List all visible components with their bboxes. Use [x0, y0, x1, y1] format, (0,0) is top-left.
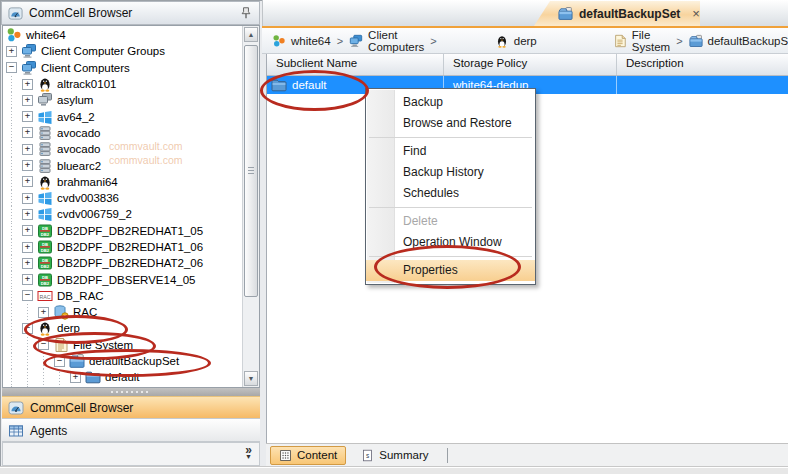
menu-item-backup-history[interactable]: Backup History: [366, 162, 535, 183]
collapse-icon[interactable]: −: [22, 323, 33, 334]
tree-guide-line: [22, 304, 38, 320]
expand-icon[interactable]: +: [22, 242, 33, 253]
menu-item-schedules[interactable]: Schedules: [366, 183, 535, 204]
tree-guide-line: [22, 353, 38, 369]
panel-splitter[interactable]: [2, 388, 260, 396]
expand-icon[interactable]: +: [22, 225, 33, 236]
tree-guide-line: [6, 92, 22, 108]
menu-separator: [369, 256, 532, 257]
expand-icon[interactable]: +: [22, 95, 33, 106]
tab-strip: defaultBackupSet ×: [262, 0, 788, 26]
view-tab-summary[interactable]: sSummary: [352, 446, 437, 465]
tree-guide-line: [6, 157, 22, 173]
tree-item-rac[interactable]: +RAC: [3, 304, 242, 320]
nav-button-commcell-browser[interactable]: CommCell Browser: [2, 396, 260, 419]
menu-item-properties[interactable]: Properties: [366, 260, 535, 281]
svg-text:DB2: DB2: [41, 264, 50, 269]
context-menu: BackupBrowse and RestoreFindBackup Histo…: [365, 88, 536, 285]
tree-item-default[interactable]: +default: [3, 369, 242, 385]
tree-item-file-system[interactable]: −File System: [3, 337, 242, 353]
scrollbar-thumb[interactable]: [244, 45, 258, 297]
scroll-up-arrow-icon[interactable]: ▲: [244, 27, 258, 42]
tree-item-bluearc2[interactable]: +bluearc2: [3, 157, 242, 173]
expand-icon[interactable]: +: [6, 46, 17, 57]
tree-item-label: File System: [73, 339, 133, 351]
menu-item-find[interactable]: Find: [366, 141, 535, 162]
breadcrumb-item-file-system[interactable]: File System: [613, 29, 670, 53]
tree-guide-line: [6, 271, 22, 287]
tree-item-db2dpf-db2redhat1-05[interactable]: +DBDB2DB2DPF_DB2REDHAT1_05: [3, 223, 242, 239]
expand-icon[interactable]: +: [22, 258, 33, 269]
tree-item-avocado[interactable]: +avocado: [3, 125, 242, 141]
tree-item-altrack0101[interactable]: +altrack0101: [3, 76, 242, 92]
collapse-icon[interactable]: −: [38, 339, 49, 350]
tree-item-asylum[interactable]: +asylum: [3, 92, 242, 108]
breadcrumb-label: File System: [632, 29, 670, 53]
breadcrumb-separator: >: [676, 35, 682, 47]
tab-defaultbackupset[interactable]: defaultBackupSet ×: [534, 1, 700, 26]
tree-item-db2dpf-dbserve14-05[interactable]: +DBDB2DB2DPF_DBSERVE14_05: [3, 271, 242, 287]
server-icon: [37, 125, 53, 141]
view-tab-content[interactable]: Content: [270, 446, 346, 465]
expand-icon[interactable]: +: [22, 144, 33, 155]
subclient-icon: [271, 77, 287, 93]
breadcrumb-item-derp[interactable]: derp: [495, 34, 537, 48]
commcell-browser-panel-header: CommCell Browser: [1, 1, 260, 25]
tree-item-client-computers[interactable]: −Client Computers: [3, 60, 242, 76]
commcell-icon: [6, 27, 22, 43]
expand-icon[interactable]: +: [70, 372, 81, 383]
collapse-icon[interactable]: −: [6, 62, 17, 73]
tree-item-file-system[interactable]: +File System: [3, 386, 242, 387]
column-header-description[interactable]: Description: [617, 54, 788, 75]
tree-item-label: bluearc2: [57, 160, 101, 172]
expand-icon[interactable]: +: [22, 193, 33, 204]
expand-icon[interactable]: +: [22, 176, 33, 187]
pin-icon[interactable]: [239, 6, 253, 20]
close-icon[interactable]: ×: [692, 9, 700, 19]
windows-icon: [37, 190, 53, 206]
svg-text:DB: DB: [42, 274, 48, 279]
menu-item-operation-window[interactable]: Operation Window: [366, 232, 535, 253]
breadcrumb-label: derp: [514, 35, 537, 47]
view-tab-label: Content: [297, 449, 337, 461]
column-header-subclient-name[interactable]: Subclient Name: [267, 54, 444, 75]
collapse-icon[interactable]: −: [22, 290, 33, 301]
db2-icon: DBDB2: [37, 255, 53, 271]
tree-item-db-rac[interactable]: −RACDB_RAC: [3, 288, 242, 304]
expand-icon[interactable]: +: [22, 274, 33, 285]
tree-item-cvdv006759-2[interactable]: +cvdv006759_2: [3, 206, 242, 222]
tree-item-derp[interactable]: −derp: [3, 320, 242, 336]
tree-item-db2dpf-db2redhat1-06[interactable]: +DBDB2DB2DPF_DB2REDHAT1_06: [3, 239, 242, 255]
expand-icon[interactable]: +: [22, 160, 33, 171]
tree-item-av64-2[interactable]: +av64_2: [3, 108, 242, 124]
expand-icon[interactable]: +: [22, 111, 33, 122]
svg-text:DB: DB: [42, 258, 48, 263]
menu-item-backup[interactable]: Backup: [366, 92, 535, 113]
tree-item-defaultbackupset[interactable]: −defaultBackupSet: [3, 353, 242, 369]
collapse-icon[interactable]: −: [54, 356, 65, 367]
tree-scrollbar[interactable]: ▲ ▼: [242, 26, 259, 387]
breadcrumb-item-defaultbackupset[interactable]: defaultBackupSet: [689, 34, 788, 48]
menu-item-browse-and-restore[interactable]: Browse and Restore: [366, 113, 535, 134]
expand-icon[interactable]: +: [22, 127, 33, 138]
expand-icon[interactable]: +: [38, 307, 49, 318]
breadcrumb-item-client-computers[interactable]: Client Computers: [349, 29, 424, 53]
tree-item-label: cvdv006759_2: [57, 208, 132, 220]
scroll-down-arrow-icon[interactable]: ▼: [244, 371, 258, 386]
column-header-storage-policy[interactable]: Storage Policy: [444, 54, 617, 75]
tree-item-client-computer-groups[interactable]: +Client Computer Groups: [3, 43, 242, 59]
tree-guide-line: [22, 369, 38, 385]
tree-item-label: asylum: [57, 94, 93, 106]
expand-icon[interactable]: +: [22, 209, 33, 220]
expand-icon[interactable]: +: [22, 79, 33, 90]
tree-item-brahmani64[interactable]: +brahmani64: [3, 174, 242, 190]
tree-item-label: derp: [57, 322, 80, 334]
nav-button-agents[interactable]: Agents: [2, 419, 260, 442]
tree-item-white64[interactable]: white64: [3, 27, 242, 43]
tree-item-avocado[interactable]: +avocado: [3, 141, 242, 157]
overflow-dropdown-icon[interactable]: ▼: [245, 453, 252, 460]
tree-item-label: Client Computers: [41, 62, 130, 74]
tree-item-db2dpf-db2redhat2-06[interactable]: +DBDB2DB2DPF_DB2REDHAT2_06: [3, 255, 242, 271]
tree-item-cvdv003836[interactable]: +cvdv003836: [3, 190, 242, 206]
breadcrumb-item-white64[interactable]: white64: [272, 34, 331, 48]
